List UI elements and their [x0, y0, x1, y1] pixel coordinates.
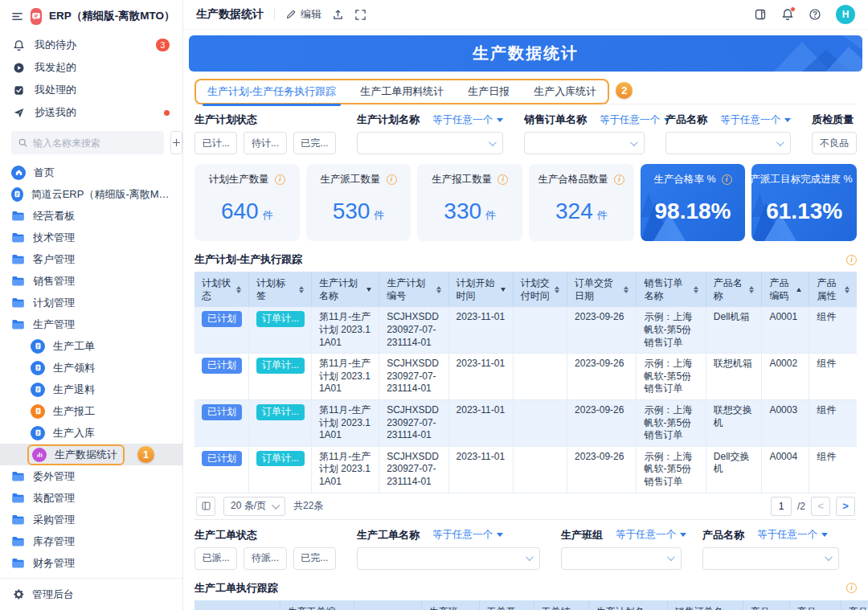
- plan-column-header-6[interactable]: 计划交付时间: [513, 272, 567, 307]
- info-icon[interactable]: [387, 174, 397, 185]
- workorder-column-header-7[interactable]: 生产计划名称: [588, 600, 667, 610]
- plan-column-header-3[interactable]: 生产计划名称: [311, 272, 379, 307]
- add-app-button[interactable]: [170, 131, 182, 154]
- next-page-button[interactable]: >: [836, 497, 855, 516]
- plan-operator-dropdown-3[interactable]: 等于任意一个: [720, 113, 791, 127]
- sidebar-item-production-reporting[interactable]: 生产报工: [0, 400, 182, 422]
- sidebar-item-tech-mgmt[interactable]: 技术管理: [0, 227, 182, 248]
- sidebar-item-production-picking[interactable]: 生产领料: [0, 357, 182, 379]
- workorder-column-header-5[interactable]: 工单开始日期: [479, 600, 534, 610]
- plan-column-header-5[interactable]: 计划开始时间: [448, 272, 513, 307]
- workorder-select-2[interactable]: [561, 547, 682, 570]
- workorder-column-header-11[interactable]: 产品属性: [841, 600, 868, 610]
- plan-status-option-1[interactable]: 已计...: [194, 132, 237, 154]
- info-icon[interactable]: [497, 174, 508, 185]
- help-icon[interactable]: [809, 8, 821, 21]
- plan-table-row[interactable]: 已计划订单计...第11月-生产计划 2023.11A01SCJHXSDD230…: [194, 307, 857, 353]
- plan-column-header-1[interactable]: 计划状态: [194, 272, 248, 307]
- sidebar-item-cc-to-me[interactable]: 抄送我的: [0, 101, 182, 124]
- tab-3[interactable]: 生产日报: [468, 80, 510, 103]
- plan-operator-dropdown-2[interactable]: 等于任意一个: [600, 113, 670, 127]
- workorder-column-header-9[interactable]: 产品名称: [743, 600, 789, 610]
- stat-card-6[interactable]: 生产派工目标完成进度 %61.13%: [751, 164, 857, 241]
- plan-operator-dropdown-1[interactable]: 等于任意一个: [432, 113, 503, 127]
- search-input[interactable]: [33, 137, 158, 149]
- tab-1[interactable]: 生产计划-生产任务执行跟踪: [207, 80, 336, 103]
- sidebar-item-purchase-mgmt[interactable]: 采购管理: [0, 509, 182, 530]
- info-icon[interactable]: [275, 174, 285, 185]
- plan-status-option-2[interactable]: 待计...: [244, 132, 286, 154]
- plan-column-header-10[interactable]: 产品编码: [762, 272, 809, 307]
- stat-card-2[interactable]: 生产派工数量530件: [306, 164, 411, 241]
- workorder-status-option-2[interactable]: 待派...: [244, 547, 286, 570]
- info-icon[interactable]: [614, 174, 624, 185]
- collapse-sidebar-icon[interactable]: [11, 10, 23, 23]
- tab-2[interactable]: 生产工单用料统计: [360, 80, 444, 103]
- plan-column-header-11[interactable]: 产品属性: [809, 272, 857, 307]
- fullscreen-icon[interactable]: [354, 9, 366, 21]
- workorder-column-header-6[interactable]: 工单结束日期: [534, 600, 588, 610]
- workorder-column-header-2[interactable]: 生产工单编号: [280, 600, 354, 610]
- workorder-status-option-3[interactable]: 已完...: [293, 547, 336, 570]
- plan-column-header-4[interactable]: 生产计划编号: [379, 272, 448, 307]
- sidebar-item-finance-mgmt[interactable]: 财务管理: [0, 552, 182, 574]
- admin-console-link[interactable]: 管理后台: [0, 578, 182, 610]
- page-size-select[interactable]: 20 条/页: [223, 497, 285, 516]
- plan-status-option-3[interactable]: 已完...: [293, 132, 336, 154]
- stat-card-3[interactable]: 生产报工数量330件: [417, 164, 522, 241]
- workorder-column-header-4[interactable]: 生产班组: [421, 600, 479, 610]
- edit-button[interactable]: 编辑: [285, 7, 321, 22]
- plan-select-1[interactable]: [357, 132, 503, 154]
- plan-table-row[interactable]: 已计划订单计...第11月-生产计划 2023.11A01SCJHXSDD230…: [194, 354, 857, 400]
- sidebar-item-production-mgmt[interactable]: 生产管理: [0, 313, 182, 335]
- journal-panel-icon[interactable]: [754, 8, 767, 21]
- current-page-input[interactable]: 1: [771, 497, 792, 516]
- column-settings-button[interactable]: [196, 497, 215, 516]
- sidebar-item-assembly-mgmt[interactable]: 装配管理: [0, 487, 182, 509]
- plan-column-header-7[interactable]: 订单交货日期: [567, 272, 637, 307]
- workorder-column-header-10[interactable]: 产品编码: [789, 600, 841, 610]
- info-icon[interactable]: [722, 174, 732, 185]
- sidebar-item-sales-mgmt[interactable]: 销售管理: [0, 270, 182, 292]
- workorder-column-header-1[interactable]: 生产工单名称: [194, 600, 280, 610]
- tab-4[interactable]: 生产入库统计: [534, 80, 596, 103]
- sidebar-item-production-workorder[interactable]: 生产工单: [0, 335, 182, 357]
- sidebar-item-my-processed[interactable]: 我处理的: [0, 79, 182, 101]
- workorder-select-1[interactable]: [357, 547, 540, 570]
- sidebar-item-my-todos[interactable]: 我的待办3: [0, 34, 182, 56]
- plan-table-row[interactable]: 已计划订单计...第11月-生产计划 2023.11A01SCJHXSDD230…: [194, 446, 857, 493]
- plan-quality-option[interactable]: 不良品: [812, 132, 857, 154]
- plan-table-row[interactable]: 已计划订单计...第11月-生产计划 2023.11A01SCJHXSDD230…: [194, 399, 857, 446]
- workorder-column-header-8[interactable]: 销售订单名称: [667, 600, 743, 610]
- sidebar-item-jiandaoyun-app[interactable]: 简道云ERP（精细版-离散MTO）「...: [0, 183, 182, 205]
- sidebar-search[interactable]: [11, 131, 164, 154]
- workorder-status-option-1[interactable]: 已派...: [194, 547, 237, 570]
- prev-page-button[interactable]: <: [811, 497, 830, 516]
- stat-card-4[interactable]: 生产合格品数量324件: [529, 164, 634, 241]
- sidebar-item-outsourcing-mgmt[interactable]: 委外管理: [0, 465, 182, 487]
- workorder-column-header-3[interactable]: 工单状态: [354, 600, 421, 610]
- sidebar-item-production-data-stats[interactable]: 生产数据统计1: [0, 444, 182, 465]
- info-icon[interactable]: [846, 255, 857, 265]
- plan-column-header-8[interactable]: 销售订单名称: [637, 272, 706, 307]
- info-icon[interactable]: [846, 583, 857, 593]
- sidebar-item-production-inbound[interactable]: 生产入库: [0, 422, 182, 444]
- plan-select-2[interactable]: [524, 132, 645, 154]
- sidebar-item-home[interactable]: 首页: [0, 162, 182, 183]
- sidebar-item-production-return[interactable]: 生产退料: [0, 379, 182, 400]
- plan-column-header-2[interactable]: 计划标签: [248, 272, 311, 307]
- notifications-bell-icon[interactable]: [781, 8, 794, 21]
- sidebar-item-customer-mgmt[interactable]: 客户管理: [0, 248, 182, 270]
- export-icon[interactable]: [332, 9, 344, 21]
- workorder-operator-dropdown-3[interactable]: 等于任意一个: [757, 528, 828, 542]
- user-avatar[interactable]: H: [836, 5, 855, 24]
- plan-select-3[interactable]: [665, 132, 791, 154]
- sidebar-item-my-initiated[interactable]: 我发起的: [0, 56, 182, 79]
- stat-card-1[interactable]: 计划生产数量640件: [194, 164, 300, 241]
- stat-card-5[interactable]: 生产合格率 %98.18%: [641, 164, 746, 241]
- sidebar-item-plan-mgmt[interactable]: 计划管理: [0, 292, 182, 313]
- workorder-select-3[interactable]: [702, 547, 839, 570]
- sidebar-item-business-board[interactable]: 经营看板: [0, 205, 182, 227]
- sidebar-item-inventory-mgmt[interactable]: 库存管理: [0, 530, 182, 552]
- plan-column-header-9[interactable]: 产品名称: [706, 272, 762, 307]
